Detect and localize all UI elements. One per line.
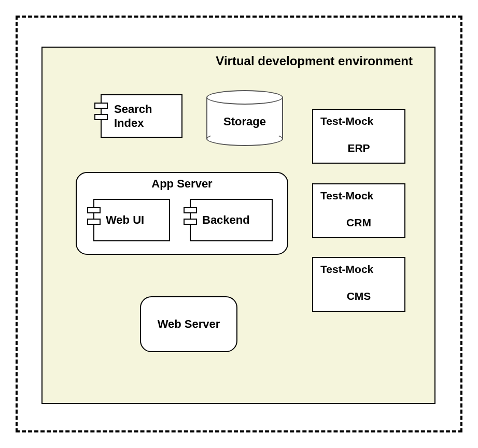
web-ui-label: Web UI <box>106 213 144 227</box>
search-index-label: Search Index <box>114 102 152 131</box>
mock-erp-prefix: Test-Mock <box>320 115 397 127</box>
mock-erp-box: Test-Mock ERP <box>312 109 405 164</box>
component-lug-icon <box>184 207 197 213</box>
mock-erp-name: ERP <box>320 142 397 157</box>
storage-label: Storage <box>206 115 283 128</box>
web-ui-component: Web UI <box>93 199 170 241</box>
mock-cms-box: Test-Mock CMS <box>312 257 405 312</box>
mock-crm-prefix: Test-Mock <box>320 190 397 202</box>
storage-database: Storage <box>206 90 283 146</box>
app-server-container: App Server Web UI Backend <box>76 172 288 255</box>
environment-title: Virtual development environment <box>216 54 413 68</box>
mock-cms-prefix: Test-Mock <box>320 263 397 276</box>
component-lug-icon <box>87 219 101 225</box>
mock-crm-box: Test-Mock CRM <box>312 183 405 238</box>
web-server-node: Web Server <box>140 296 237 352</box>
mock-crm-name: CRM <box>320 216 397 232</box>
component-lug-icon <box>94 103 108 109</box>
component-lug-icon <box>184 219 197 225</box>
backend-component: Backend <box>190 199 273 241</box>
component-lug-icon <box>87 207 101 213</box>
virtual-dev-environment-container: Virtual development environment Search I… <box>41 47 435 404</box>
backend-label: Backend <box>202 213 250 227</box>
web-server-label: Web Server <box>158 317 220 331</box>
search-index-component: Search Index <box>101 94 182 138</box>
app-server-label: App Server <box>77 177 287 191</box>
component-lug-icon <box>94 114 108 120</box>
mock-cms-name: CMS <box>320 290 397 306</box>
